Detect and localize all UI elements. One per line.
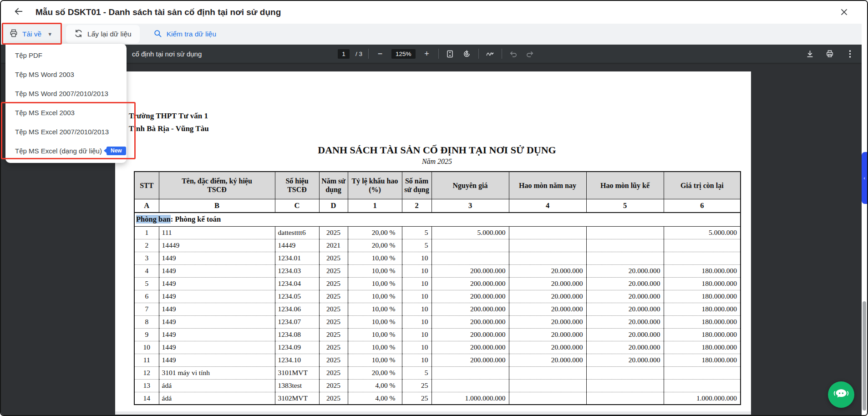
group-value: : Phòng kế toán (171, 215, 221, 223)
rotate-button[interactable] (462, 47, 472, 60)
zoom-in-button[interactable]: + (421, 47, 432, 60)
report-title: DANH SÁCH TÀI SẢN CỐ ĐỊNH TẠI NƠI SỬ DỤN… (134, 144, 740, 156)
table-cell: 10,00 % (348, 328, 402, 341)
page-number-input[interactable]: 1 (338, 49, 350, 59)
table-cell: 20.000.000 (586, 277, 664, 290)
table-cell: 1234.09 (275, 341, 319, 354)
table-cell: 11 (134, 354, 159, 366)
table-cell: 2025 (319, 341, 348, 354)
table-cell: 8 (134, 315, 159, 328)
table-cell (586, 226, 664, 239)
menu-item-3[interactable]: Tệp MS Excel 2003 (5, 103, 127, 122)
table-cell: 1234.01 (275, 252, 319, 264)
table-cell: 20.000.000 (509, 264, 586, 277)
menu-item-label: Tệp MS Excel (dạng dữ liệu) (15, 147, 102, 155)
table-cell: 200.000.000 (431, 290, 509, 303)
table-cell: 12 (134, 366, 159, 379)
redo-button[interactable] (525, 47, 536, 60)
table-cell: 200.000.000 (431, 354, 509, 366)
table-row: 714491234.06202510,00 %10200.000.00020.0… (134, 303, 741, 315)
table-cell: 10,00 % (348, 277, 402, 290)
menu-item-0[interactable]: Tệp PDF (5, 46, 127, 65)
column-letter: 3 (431, 199, 509, 213)
page-count-label: / 3 (355, 51, 362, 57)
table-cell: 2025 (319, 303, 348, 315)
menu-item-2[interactable]: Tệp MS Word 2007/2010/2013 (5, 84, 127, 103)
table-cell: 180.000.000 (664, 328, 741, 341)
zoom-level-value[interactable]: 125% (391, 49, 416, 59)
table-cell: 10,00 % (348, 341, 402, 354)
menu-item-5[interactable]: Tệp MS Excel (dạng dữ liệu)New (5, 141, 127, 160)
table-cell (586, 239, 664, 252)
table-cell: 200.000.000 (431, 328, 509, 341)
assets-table: STTTên, đặc điểm, ký hiệu TSCĐSố hiệu TS… (134, 171, 741, 405)
menu-item-4[interactable]: Tệp MS Excel 2007/2010/2013 (5, 122, 127, 141)
table-cell: 10 (402, 341, 431, 354)
side-panel-toggle-tab[interactable]: ‹ (862, 152, 867, 204)
table-cell: 20.000.000 (509, 341, 586, 354)
refresh-data-button[interactable]: Lấy lại dữ liệu (66, 25, 140, 43)
table-cell: 10 (402, 290, 431, 303)
table-cell: 10 (402, 354, 431, 366)
column-header: Giá trị còn lại (664, 172, 741, 199)
menu-item-1[interactable]: Tệp MS Word 2003 (5, 65, 127, 84)
menu-item-label: Tệp MS Word 2007/2010/2013 (15, 90, 108, 97)
table-cell: 10,00 % (348, 252, 402, 264)
check-button-label: Kiểm tra dữ liệu (167, 30, 216, 38)
table-cell: 25 (402, 379, 431, 392)
fit-to-page-button[interactable] (445, 47, 456, 60)
table-cell: 180.000.000 (664, 341, 741, 354)
table-cell: 20.000.000 (586, 315, 664, 328)
back-button[interactable] (12, 5, 25, 19)
table-cell (431, 239, 509, 252)
table-cell: 25 (402, 392, 431, 405)
table-cell: 20.000.000 (586, 354, 664, 366)
table-cell: 9 (134, 328, 159, 341)
horizontal-scrollbar-track[interactable] (115, 411, 751, 415)
search-icon (153, 29, 162, 40)
table-cell: 2021 (319, 239, 348, 252)
pdf-document-title: cố định tại nơi sử dụng (132, 45, 202, 63)
table-cell: 10 (402, 303, 431, 315)
table-cell: ádá (159, 392, 275, 405)
table-cell: 200.000.000 (431, 315, 509, 328)
vertical-scrollbar-track[interactable] (862, 1, 867, 415)
refresh-button-label: Lấy lại dữ liệu (87, 30, 132, 38)
table-cell: 3 (134, 252, 159, 264)
table-cell (586, 379, 664, 392)
highlighted-text: Phòng ban (136, 215, 171, 223)
column-letter: D (319, 199, 348, 213)
table-row: 1111dattestttt6202520,00 %55.000.0005.00… (134, 226, 741, 239)
table-cell: 20.000.000 (586, 290, 664, 303)
column-header: Số hiệu TSCĐ (275, 172, 319, 199)
download-button[interactable]: Tải về ▼ (1, 25, 58, 43)
download-menu: Tệp PDFTệp MS Word 2003Tệp MS Word 2007/… (5, 44, 127, 163)
close-button[interactable] (838, 7, 850, 19)
table-cell: 1234.08 (275, 328, 319, 341)
table-cell (431, 252, 509, 264)
table-cell: 5 (402, 366, 431, 379)
table-cell (664, 239, 741, 252)
annotate-pen-icon[interactable] (485, 47, 496, 60)
table-row: 614491234.05202510,00 %10200.000.00020.0… (134, 290, 741, 303)
refresh-icon (74, 29, 83, 40)
support-chat-button[interactable] (828, 381, 854, 408)
undo-button[interactable] (508, 47, 519, 60)
vertical-scrollbar-thumb[interactable] (863, 301, 866, 411)
chat-bubble-icon (833, 386, 849, 404)
table-row: 21444914449202120,00 %5 (134, 239, 741, 252)
table-cell: 1449 (159, 277, 275, 290)
zoom-out-button[interactable]: − (375, 47, 386, 60)
more-options-icon[interactable] (844, 47, 855, 60)
column-letter: C (275, 199, 319, 213)
check-data-button[interactable]: Kiểm tra dữ liệu (146, 25, 223, 43)
pdf-viewer-area: Trường THPT Tư vấn 1 Tỉnh Bà Rịa - Vũng … (1, 63, 862, 415)
report-preview-modal: Mẫu số DSKT01 - Danh sách tài sản cố địn… (0, 0, 868, 416)
table-cell (664, 366, 741, 379)
download-pdf-icon[interactable] (804, 47, 815, 60)
table-cell: 180.000.000 (664, 277, 741, 290)
printer-icon (9, 29, 18, 40)
table-cell: 2025 (319, 226, 348, 239)
print-icon[interactable] (824, 47, 835, 60)
table-cell: 1.000.000.000 (431, 392, 509, 405)
